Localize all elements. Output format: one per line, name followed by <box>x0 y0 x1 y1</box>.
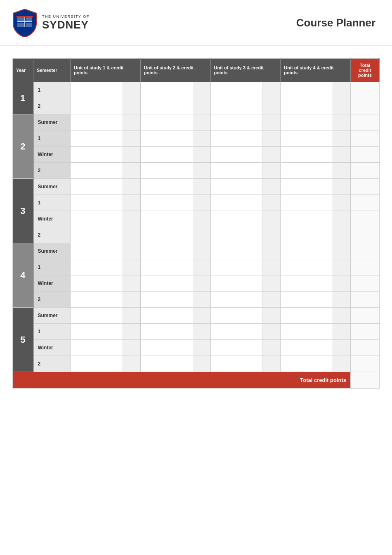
unit1-credit-y5-s2[interactable] <box>123 340 140 356</box>
unit4-cell-y5-s3[interactable] <box>281 356 351 372</box>
footer-total-cell[interactable] <box>351 372 380 389</box>
unit1-credit-y2-s3[interactable] <box>123 163 140 178</box>
unit4-credit-y5-s2[interactable] <box>333 340 350 356</box>
unit2-credit-y5-s1[interactable] <box>193 324 210 339</box>
unit1-cell-y3-s3[interactable] <box>71 227 141 243</box>
unit3-credit-y3-s3[interactable] <box>263 227 280 243</box>
unit4-credit-y4-s1[interactable] <box>333 259 350 275</box>
unit4-name-y3-s1[interactable] <box>281 195 333 211</box>
unit4-cell-y4-s2[interactable] <box>281 275 351 292</box>
unit1-name-y3-s1[interactable] <box>71 195 123 211</box>
unit3-name-y4-s3[interactable] <box>211 292 263 307</box>
unit3-credit-y4-s1[interactable] <box>263 259 280 275</box>
unit3-credit-y5-s2[interactable] <box>263 340 280 356</box>
unit2-name-y3-s3[interactable] <box>141 227 193 243</box>
unit1-name-y4-s2[interactable] <box>71 275 123 291</box>
unit3-cell-y3-s0[interactable] <box>210 179 281 195</box>
unit3-credit-y1-s0[interactable] <box>263 82 280 98</box>
total-cell-y4-s1[interactable] <box>351 259 380 275</box>
unit2-credit-y2-s2[interactable] <box>193 147 210 162</box>
unit4-cell-y2-s3[interactable] <box>281 163 351 179</box>
unit4-cell-y2-s1[interactable] <box>281 130 351 147</box>
total-cell-y3-s1[interactable] <box>351 195 380 211</box>
unit2-cell-y3-s1[interactable] <box>140 195 210 211</box>
total-cell-y3-s0[interactable] <box>351 179 380 195</box>
unit3-cell-y2-s1[interactable] <box>210 130 281 147</box>
unit1-name-y1-s0[interactable] <box>71 82 123 98</box>
unit2-cell-y4-s0[interactable] <box>140 243 210 259</box>
unit1-credit-y4-s3[interactable] <box>123 292 140 307</box>
unit4-name-y2-s0[interactable] <box>281 114 333 130</box>
unit4-name-y3-s2[interactable] <box>281 211 333 227</box>
unit4-cell-y3-s0[interactable] <box>281 179 351 195</box>
unit3-name-y5-s1[interactable] <box>211 324 263 339</box>
unit1-credit-y2-s1[interactable] <box>123 130 140 146</box>
unit4-name-y4-s0[interactable] <box>281 243 333 259</box>
unit1-credit-y5-s3[interactable] <box>123 356 140 372</box>
unit1-name-y5-s1[interactable] <box>71 324 123 339</box>
unit1-cell-y2-s0[interactable] <box>71 114 141 130</box>
unit4-credit-y3-s2[interactable] <box>333 211 350 227</box>
unit4-name-y2-s1[interactable] <box>281 130 333 146</box>
unit3-credit-y3-s2[interactable] <box>263 211 280 227</box>
total-cell-y5-s1[interactable] <box>351 324 380 340</box>
unit2-name-y3-s1[interactable] <box>141 195 193 211</box>
unit4-name-y1-s0[interactable] <box>281 82 333 98</box>
unit2-cell-y2-s2[interactable] <box>140 147 210 163</box>
unit1-credit-y2-s0[interactable] <box>123 114 140 130</box>
unit3-credit-y5-s3[interactable] <box>263 356 280 372</box>
unit4-name-y3-s3[interactable] <box>281 227 333 243</box>
unit4-cell-y4-s0[interactable] <box>281 243 351 259</box>
total-cell-y3-s2[interactable] <box>351 211 380 227</box>
unit1-cell-y5-s2[interactable] <box>71 340 141 356</box>
unit2-cell-y2-s0[interactable] <box>140 114 210 130</box>
unit1-cell-y4-s2[interactable] <box>71 275 141 292</box>
unit3-name-y1-s1[interactable] <box>211 98 263 114</box>
unit2-credit-y4-s3[interactable] <box>193 292 210 307</box>
unit1-credit-y5-s0[interactable] <box>123 308 140 323</box>
unit2-name-y4-s1[interactable] <box>141 259 193 275</box>
unit1-name-y2-s1[interactable] <box>71 130 123 146</box>
unit4-cell-y1-s0[interactable] <box>281 82 351 98</box>
unit1-cell-y5-s0[interactable] <box>71 308 141 324</box>
unit2-credit-y2-s0[interactable] <box>193 114 210 130</box>
total-cell-y1-s1[interactable] <box>351 98 380 114</box>
unit2-cell-y4-s3[interactable] <box>140 292 210 308</box>
unit1-cell-y2-s2[interactable] <box>71 147 141 163</box>
unit4-credit-y5-s0[interactable] <box>333 308 350 323</box>
unit1-name-y4-s0[interactable] <box>71 243 123 259</box>
unit3-name-y3-s1[interactable] <box>211 195 263 211</box>
unit2-credit-y2-s3[interactable] <box>193 163 210 178</box>
unit4-name-y5-s2[interactable] <box>281 340 333 356</box>
unit3-cell-y5-s0[interactable] <box>210 308 281 324</box>
unit3-cell-y5-s3[interactable] <box>210 356 281 372</box>
unit2-credit-y3-s2[interactable] <box>193 211 210 227</box>
unit2-cell-y3-s2[interactable] <box>140 211 210 227</box>
unit4-name-y5-s0[interactable] <box>281 308 333 323</box>
unit3-cell-y3-s1[interactable] <box>210 195 281 211</box>
unit2-cell-y3-s3[interactable] <box>140 227 210 243</box>
unit2-name-y3-s2[interactable] <box>141 211 193 227</box>
total-cell-y5-s2[interactable] <box>351 340 380 356</box>
unit4-credit-y2-s3[interactable] <box>333 163 350 178</box>
unit1-credit-y4-s2[interactable] <box>123 275 140 291</box>
unit3-name-y5-s0[interactable] <box>211 308 263 323</box>
unit3-cell-y4-s0[interactable] <box>210 243 281 259</box>
unit4-credit-y4-s0[interactable] <box>333 243 350 259</box>
unit1-name-y2-s2[interactable] <box>71 147 123 162</box>
unit4-cell-y3-s3[interactable] <box>281 227 351 243</box>
unit1-credit-y1-s1[interactable] <box>123 98 140 114</box>
unit2-cell-y1-s0[interactable] <box>140 82 210 98</box>
unit2-cell-y3-s0[interactable] <box>140 179 210 195</box>
unit3-cell-y5-s1[interactable] <box>210 324 281 340</box>
unit4-name-y4-s3[interactable] <box>281 292 333 307</box>
unit2-cell-y5-s2[interactable] <box>140 340 210 356</box>
unit2-cell-y2-s3[interactable] <box>140 163 210 179</box>
unit4-cell-y5-s0[interactable] <box>281 308 351 324</box>
unit3-cell-y2-s3[interactable] <box>210 163 281 179</box>
unit3-credit-y2-s0[interactable] <box>263 114 280 130</box>
unit4-credit-y3-s1[interactable] <box>333 195 350 211</box>
total-cell-y3-s3[interactable] <box>351 227 380 243</box>
unit4-credit-y2-s1[interactable] <box>333 130 350 146</box>
unit1-credit-y4-s1[interactable] <box>123 259 140 275</box>
